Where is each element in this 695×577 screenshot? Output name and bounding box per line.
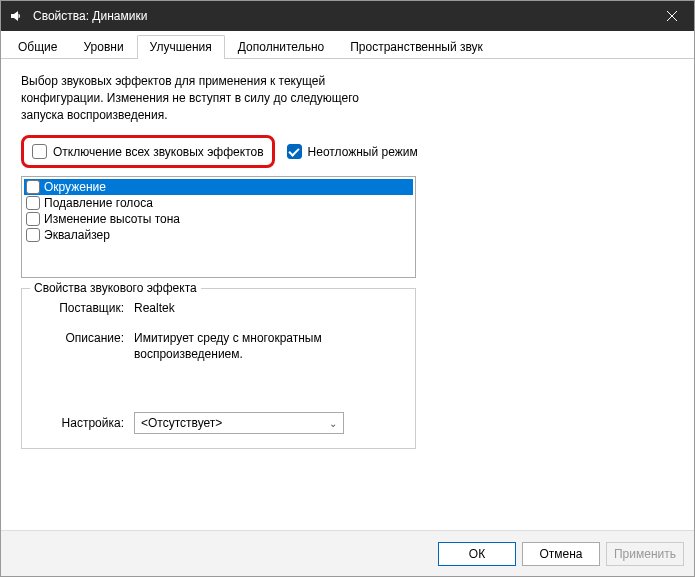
effect-label: Эквалайзер xyxy=(44,228,110,242)
tab-general[interactable]: Общие xyxy=(5,35,70,58)
disable-all-checkbox[interactable] xyxy=(32,144,47,159)
tab-spatial[interactable]: Пространственный звук xyxy=(337,35,496,58)
effect-label: Изменение высоты тона xyxy=(44,212,180,226)
cancel-button[interactable]: Отмена xyxy=(522,542,600,566)
disable-all-label: Отключение всех звуковых эффектов xyxy=(53,145,264,159)
content-area: Общие Уровни Улучшения Дополнительно Про… xyxy=(1,31,694,576)
effect-properties-group: Свойства звукового эффекта Поставщик: Re… xyxy=(21,288,416,449)
immediate-label: Неотложный режим xyxy=(308,145,418,159)
effects-list: Окружение Подавление голоса Изменение вы… xyxy=(21,176,416,278)
setting-select[interactable]: <Отсутствует> ⌄ xyxy=(134,412,344,434)
tab-body-enhancements: Выбор звуковых эффектов для применения к… xyxy=(1,59,694,530)
immediate-checkbox[interactable] xyxy=(287,144,302,159)
provider-label: Поставщик: xyxy=(36,301,124,317)
effect-checkbox[interactable] xyxy=(26,196,40,210)
tab-strip: Общие Уровни Улучшения Дополнительно Про… xyxy=(1,31,694,59)
description-value: Имитирует среду с многократным воспроизв… xyxy=(134,331,401,362)
setting-row: Настройка: <Отсутствует> ⌄ xyxy=(36,412,401,434)
effect-item[interactable]: Изменение высоты тона xyxy=(24,211,413,227)
effect-item[interactable]: Окружение xyxy=(24,179,413,195)
effect-label: Подавление голоса xyxy=(44,196,153,210)
chevron-down-icon: ⌄ xyxy=(329,418,337,429)
toggles-row: Отключение всех звуковых эффектов Неотло… xyxy=(21,135,674,168)
effect-item[interactable]: Эквалайзер xyxy=(24,227,413,243)
window-frame: Свойства: Динамики Общие Уровни Улучшени… xyxy=(0,0,695,577)
ok-button[interactable]: ОК xyxy=(438,542,516,566)
effect-item[interactable]: Подавление голоса xyxy=(24,195,413,211)
effect-properties-legend: Свойства звукового эффекта xyxy=(30,281,201,295)
description-row: Описание: Имитирует среду с многократным… xyxy=(36,331,401,362)
effect-checkbox[interactable] xyxy=(26,228,40,242)
immediate-mode-row: Неотложный режим xyxy=(287,144,418,159)
disable-all-highlight: Отключение всех звуковых эффектов xyxy=(21,135,275,168)
setting-label: Настройка: xyxy=(36,416,124,430)
effects-scroll[interactable]: Окружение Подавление голоса Изменение вы… xyxy=(24,179,413,275)
setting-value: <Отсутствует> xyxy=(141,416,222,430)
tab-levels[interactable]: Уровни xyxy=(70,35,136,58)
footer: ОК Отмена Применить xyxy=(1,530,694,576)
window-title: Свойства: Динамики xyxy=(33,9,649,23)
speaker-icon xyxy=(9,8,25,24)
close-button[interactable] xyxy=(649,1,694,31)
titlebar: Свойства: Динамики xyxy=(1,1,694,31)
tab-enhancements[interactable]: Улучшения xyxy=(137,35,225,58)
effect-checkbox[interactable] xyxy=(26,180,40,194)
tab-advanced[interactable]: Дополнительно xyxy=(225,35,337,58)
effect-label: Окружение xyxy=(44,180,106,194)
apply-button: Применить xyxy=(606,542,684,566)
provider-row: Поставщик: Realtek xyxy=(36,301,401,317)
provider-value: Realtek xyxy=(134,301,401,317)
close-icon xyxy=(667,11,677,21)
effect-checkbox[interactable] xyxy=(26,212,40,226)
intro-text: Выбор звуковых эффектов для применения к… xyxy=(21,73,401,123)
description-label: Описание: xyxy=(36,331,124,362)
